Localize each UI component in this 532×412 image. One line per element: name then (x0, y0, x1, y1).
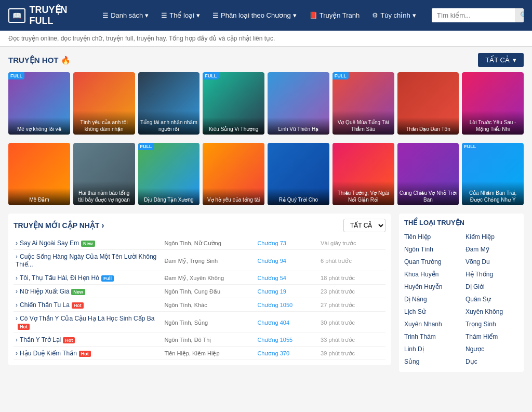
book-title-1: Mê vợ không lối về (8, 117, 70, 135)
table-row: ›Chiến Thần Tu LaHot Ngôn Tình, Khác Chư… (14, 298, 385, 312)
story-time: Vài giây trước (321, 240, 356, 246)
genre-item[interactable]: Kiếm Hiệp (466, 232, 518, 242)
book-card-4[interactable]: FULL Kiêu Sủng Vi Thượng (203, 72, 264, 135)
book-card-11[interactable]: FULL Dịu Dàng Tận Xương (138, 143, 200, 205)
genre-item[interactable]: Dị Năng (404, 294, 457, 304)
story-time: 33 phút trước (321, 337, 355, 343)
nav-phan-loai[interactable]: ☰ Phân loại theo Chương ▾ (207, 9, 302, 22)
story-arrow: › (16, 253, 18, 260)
genre-item[interactable]: Lịch Sử (404, 307, 457, 317)
book-title-2: Tình yêu của anh tôi không dám nhận (73, 111, 135, 135)
story-chapter[interactable]: Chương 73 (257, 240, 286, 246)
story-chapter[interactable]: Chương 54 (257, 275, 286, 281)
updates-filter-dropdown[interactable]: TẤT CẢ (343, 219, 385, 232)
story-time: 18 phút trước (321, 275, 355, 281)
story-chapter[interactable]: Chương 404 (257, 320, 289, 326)
search-input[interactable] (432, 8, 515, 22)
story-title[interactable]: Thần Y Trở Lại (20, 336, 61, 343)
badge-new: New (81, 241, 95, 247)
nav-truyen-tranh[interactable]: 📕 Truyện Tranh (304, 9, 365, 22)
badge-full-16: FULL (462, 143, 478, 150)
nav-danh-sach[interactable]: ☰ Danh sách ▾ (97, 9, 154, 22)
hot-filter-dropdown[interactable]: TẤT CẢ ▾ (478, 53, 524, 67)
story-title[interactable]: Hậu Duệ Kiếm Thần (20, 350, 77, 357)
badge-hot: Hot (18, 324, 30, 330)
genre-item[interactable]: Trinh Thám (404, 331, 457, 342)
story-arrow: › (16, 274, 18, 282)
story-title[interactable]: Chiến Thần Tu La (20, 301, 70, 309)
story-arrow: › (16, 336, 18, 343)
genre-item[interactable]: Đam Mỹ (466, 244, 518, 255)
book-card-12[interactable]: Vợ hờ yêu của tổng tài (203, 143, 264, 205)
story-genre: Ngôn Tình, Nữ Cường (164, 240, 221, 246)
table-row: ›Thần Y Trở LạiHot Ngôn Tình, Đô Thị Chư… (14, 333, 385, 347)
book-card-8[interactable]: Lời Trước Yêu Sau - Mộng Tiểu Nhi (462, 72, 524, 135)
book-card-10[interactable]: Hai thai năm báo tổng tài bây được vợ ng… (73, 143, 135, 205)
genre-item[interactable]: Tiên Hiệp (404, 232, 457, 242)
book-title-13: Rẻ Quý Trời Cho (268, 188, 329, 205)
book-card-15[interactable]: Cung Chiều Vợ Nhỏ Trời Ban (397, 143, 459, 205)
table-row: ›Cuộc Sống Hàng Ngày Của Một Tên Lười Kh… (14, 250, 385, 271)
story-chapter[interactable]: Chương 94 (257, 258, 286, 264)
nav-the-loai[interactable]: ☰ Thể loại ▾ (156, 9, 205, 22)
book-title-7: Thần Đạo Đan Tôn (397, 117, 459, 135)
story-arrow: › (16, 350, 18, 357)
genre-item[interactable]: Dị Giới (466, 282, 518, 292)
genre-item[interactable]: Dục (466, 356, 518, 367)
genre-item[interactable]: Linh Dị (404, 344, 457, 354)
book-card-7[interactable]: Thần Đạo Đan Tôn (397, 72, 459, 135)
search-button[interactable]: 🔍 (515, 8, 524, 22)
genre-item[interactable]: Ngôn Tình (404, 244, 457, 255)
story-genre: Đam Mỹ, Trọng Sinh (164, 258, 218, 264)
book-card-13[interactable]: Rẻ Quý Trời Cho (268, 143, 329, 205)
story-title[interactable]: Nữ Hiệp Xuất Giá (20, 288, 69, 295)
book-card-2[interactable]: Tình yêu của anh tôi không dám nhận (73, 72, 135, 135)
story-chapter[interactable]: Chương 19 (257, 288, 286, 295)
badge-hot: Hot (79, 351, 91, 357)
book-title-14: Thiếu Tướng, Vợ Ngài Nổi Giận Rồi (332, 181, 394, 205)
book-card-3[interactable]: Tổng tài anh nhận nhầm người rồi (138, 72, 200, 135)
book-card-1[interactable]: FULL Mê vợ không lối về (8, 72, 70, 135)
nav-tuy-chinh[interactable]: ⚙ Tùy chỉnh ▾ (367, 9, 421, 22)
genre-item[interactable]: Xuyên Không (466, 307, 518, 317)
genre-item[interactable]: Khoa Huyễn (404, 269, 457, 280)
story-arrow: › (16, 288, 18, 295)
genre-item[interactable]: Hệ Thống (466, 269, 518, 280)
book-card-5[interactable]: Linh Vũ Thiên Hạ (268, 72, 329, 135)
book-title-12: Vợ hờ yêu của tổng tài (203, 188, 264, 205)
story-title[interactable]: Tôi, Thụ Tấu Hài, Đi Hẹn Hò (20, 274, 99, 282)
genre-item[interactable]: Quan Trường (404, 257, 457, 267)
book-card-9[interactable]: Mê Đắm (8, 143, 70, 205)
genre-item[interactable]: Thám Hiểm (466, 331, 518, 342)
book-title-10: Hai thai năm báo tổng tài bây được vợ ng… (73, 181, 135, 205)
badge-full-4: FULL (203, 72, 219, 79)
book-title-8: Lời Trước Yêu Sau - Mộng Tiểu Nhi (462, 111, 524, 135)
story-chapter[interactable]: Chương 1055 (257, 337, 292, 343)
book-title-16: Của Nhầm Ban Trai, Được Chồng Như Ý (462, 181, 524, 205)
book-card-16[interactable]: FULL Của Nhầm Ban Trai, Được Chồng Như Ý (462, 143, 524, 205)
genre-item[interactable]: Quân Sự (466, 294, 518, 304)
genre-item[interactable]: Trọng Sinh (466, 319, 518, 329)
genre-item[interactable]: Võng Du (466, 257, 518, 267)
book-card-14[interactable]: Thiếu Tướng, Vợ Ngài Nổi Giận Rồi (332, 143, 394, 205)
story-chapter[interactable]: Chương 1050 (257, 302, 292, 308)
genre-item[interactable]: Sủng (404, 356, 457, 367)
table-row: ›Cô Vợ Thần Y Của Cậu Hạ Là Học Sinh Cấp… (14, 312, 385, 333)
logo[interactable]: 📖 TRUYỆN FULL (8, 4, 87, 26)
story-title[interactable]: Say Ai Ngoài Say Em (20, 240, 79, 247)
story-title[interactable]: Cuộc Sống Hàng Ngày Của Một Tên Lười Khô… (16, 253, 156, 268)
book-card-6[interactable]: FULL Vợ Quê Mùa Tổng Tài Thẳm Sâu (332, 72, 394, 135)
story-genre: Ngôn Tình, Khác (164, 302, 207, 308)
genre-item[interactable]: Huyền Huyễn (404, 282, 457, 292)
badge-full: Full (101, 275, 114, 282)
genre-item[interactable]: Ngược (466, 344, 518, 354)
story-chapter[interactable]: Chương 370 (257, 350, 289, 356)
updates-title: TRUYỆN MỚI CẬP NHẬT › (14, 221, 104, 230)
story-arrow: › (16, 315, 18, 322)
story-title[interactable]: Cô Vợ Thần Y Của Cậu Hạ Là Học Sinh Cấp … (20, 315, 154, 322)
tagline: Đọc truyện online, đọc truyện chữ, truyệ… (0, 31, 532, 47)
main-content: TRUYỆN HOT 🔥 TẤT CẢ ▾ FULL Mê vợ không l… (0, 47, 532, 378)
story-genre: Ngôn Tình, Đô Thị (164, 337, 211, 343)
logo-icon: 📖 (8, 8, 25, 23)
genre-item[interactable]: Xuyên Nhanh (404, 319, 457, 329)
